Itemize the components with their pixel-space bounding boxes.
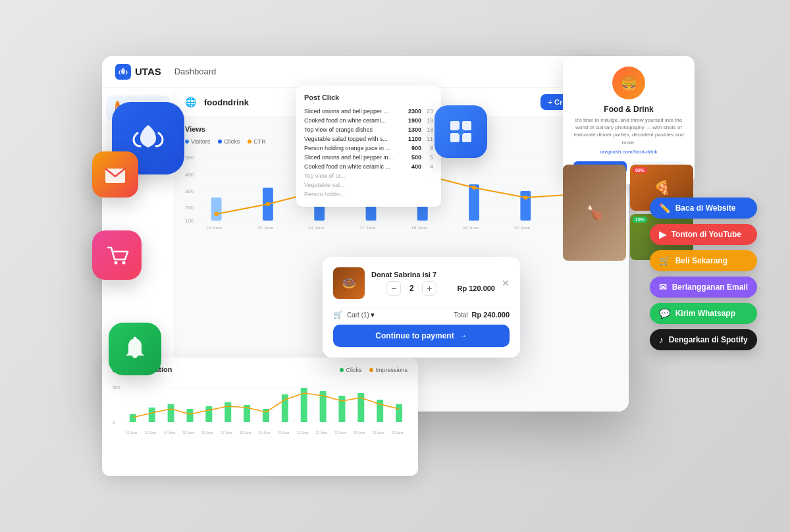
svg-rect-44	[224, 402, 231, 422]
svg-point-77	[134, 337, 137, 340]
svg-text:12 June: 12 June	[126, 431, 138, 435]
qty-number: 2	[406, 284, 417, 293]
push-legend: Clicks Impressions	[340, 367, 408, 373]
svg-text:14 June: 14 June	[164, 431, 176, 435]
svg-rect-70	[462, 121, 471, 130]
list-item: Top view of orange dishes 1300 13	[304, 125, 433, 134]
svg-text:20 June: 20 June	[278, 431, 290, 435]
cart-label: 🛒 Cart (1)	[333, 310, 369, 319]
svg-point-18	[214, 212, 219, 216]
list-item: Vegetable salad topped with s... 1100 11	[304, 134, 433, 144]
svg-text:24 June: 24 June	[354, 431, 365, 435]
arrow-icon: →	[460, 331, 467, 340]
logo-icon	[115, 64, 131, 80]
qty-control: − 2 +	[386, 281, 436, 296]
close-icon[interactable]: ✕	[502, 278, 510, 288]
mail-app-icon[interactable]	[92, 151, 138, 198]
cart-dropdown[interactable]: ▼	[369, 311, 376, 319]
svg-text:17 June: 17 June	[221, 431, 232, 435]
svg-text:13 June: 13 June	[206, 225, 223, 230]
puzzle-app-icon[interactable]	[434, 105, 487, 158]
svg-text:100: 100	[185, 218, 194, 223]
svg-text:25 June: 25 June	[373, 431, 384, 435]
svg-point-23	[472, 186, 477, 190]
top-bar: UTAS Dashboard 🔍	[102, 56, 629, 88]
svg-text:19 June: 19 June	[259, 431, 271, 435]
svg-text:300: 300	[185, 188, 194, 194]
svg-rect-69	[450, 121, 460, 130]
spotify-icon: ♪	[659, 334, 664, 345]
svg-text:17 June: 17 June	[359, 225, 376, 230]
checkout-label: Continue to payment	[375, 331, 454, 340]
action-tag-email-label: Berlangganan Email	[672, 282, 748, 292]
total-amount: Rp 240.000	[472, 311, 510, 319]
svg-text:16 June: 16 June	[308, 225, 325, 230]
action-tag-email[interactable]: ✉ Berlangganan Email	[650, 277, 757, 298]
post-click-title: Post Click	[304, 93, 433, 101]
svg-text:22 June: 22 June	[316, 431, 328, 435]
post-click-panel: Post Click Sliced onions and bell pepper…	[296, 86, 441, 207]
svg-text:13 June: 13 June	[145, 431, 157, 435]
svg-rect-41	[168, 404, 174, 422]
svg-rect-16	[520, 191, 531, 221]
qty-decrease-button[interactable]: −	[386, 281, 401, 296]
globe-icon: 🌐	[185, 97, 196, 107]
qty-increase-button[interactable]: +	[422, 281, 436, 296]
svg-text:21 June: 21 June	[297, 431, 309, 435]
push-legend-clicks: Clicks	[340, 367, 361, 373]
action-tag-spotify-label: Dengarkan di Spotify	[669, 335, 748, 344]
action-tag-website[interactable]: ✏️ Baca di Website	[650, 198, 757, 219]
legend-ctr: CTR	[248, 138, 266, 145]
push-chart: 600 0 12 June 13 June	[113, 381, 408, 454]
cart-product-image: 🍩	[333, 267, 365, 299]
svg-text:23 June: 23 June	[334, 431, 346, 435]
bell-app-icon[interactable]	[109, 323, 161, 375]
profile-name: Food & Drink	[573, 105, 684, 114]
svg-text:18 June: 18 June	[411, 225, 428, 230]
svg-rect-43	[205, 406, 212, 422]
svg-rect-15	[469, 184, 479, 221]
checkout-button[interactable]: Continue to payment →	[333, 325, 510, 347]
total-label: Total	[454, 311, 467, 319]
cart-app-icon[interactable]	[92, 230, 142, 280]
svg-rect-40	[149, 408, 155, 422]
action-tag-youtube-label: Tonton di YouTube	[672, 230, 741, 239]
svg-text:18 June: 18 June	[240, 431, 251, 435]
action-tag-whatsapp[interactable]: 💬 Kirim Whatsapp	[650, 303, 757, 324]
logo: UTAS	[115, 64, 161, 80]
action-tag-buy-label: Beli Sekarang	[675, 256, 727, 265]
post-click-rows: Sliced onions and bell pepper ... 2300 2…	[304, 107, 433, 199]
svg-rect-39	[130, 414, 136, 422]
email-icon: ✉	[659, 282, 667, 292]
svg-text:19 June: 19 June	[463, 225, 479, 230]
svg-rect-72	[462, 133, 471, 142]
svg-point-73	[458, 128, 464, 135]
profile-url: unsplash.com/food-drink	[573, 149, 684, 155]
svg-point-19	[266, 202, 271, 206]
svg-text:500: 500	[185, 155, 194, 160]
list-item: Cooked food on white ceramic ... 400 4	[304, 162, 433, 171]
action-tags: ✏️ Baca di Website ▶ Tonton di YouTube 🛒…	[650, 198, 757, 350]
svg-rect-50	[338, 396, 345, 422]
pencil-icon: ✏️	[659, 203, 670, 213]
profile-avatar: 🍔	[612, 66, 645, 99]
list-item: Person holdin...	[304, 190, 433, 199]
cart-icon: 🛒	[333, 310, 343, 319]
action-tag-website-label: Baca di Website	[675, 203, 736, 213]
action-tag-spotify[interactable]: ♪ Dengarkan di Spotify	[650, 329, 757, 350]
cart-popup: 🍩 Donat Sabrina isi 7 − 2 + Rp 120.000 ✕…	[323, 257, 520, 358]
legend-visitors: Visitors	[185, 138, 210, 145]
svg-text:400: 400	[185, 172, 194, 177]
nav-label: Dashboard	[174, 66, 217, 76]
svg-rect-42	[186, 409, 193, 422]
push-notification-panel: Push Notification Clicks Impressions 600…	[102, 358, 418, 476]
svg-text:15 June: 15 June	[257, 225, 274, 230]
action-tag-whatsapp-label: Kirim Whatsapp	[675, 309, 735, 318]
svg-point-76	[122, 261, 125, 264]
cart-product-title: Donat Sabrina isi 7	[371, 271, 495, 279]
badge-10: 10%	[633, 217, 647, 223]
list-item: Person holding orange juice in ... 900 9	[304, 144, 433, 153]
list-item: Cooked food on white cerami... 1900 19	[304, 116, 433, 125]
action-tag-youtube[interactable]: ▶ Tonton di YouTube	[650, 224, 757, 245]
action-tag-buy[interactable]: 🛒 Beli Sekarang	[650, 250, 757, 271]
